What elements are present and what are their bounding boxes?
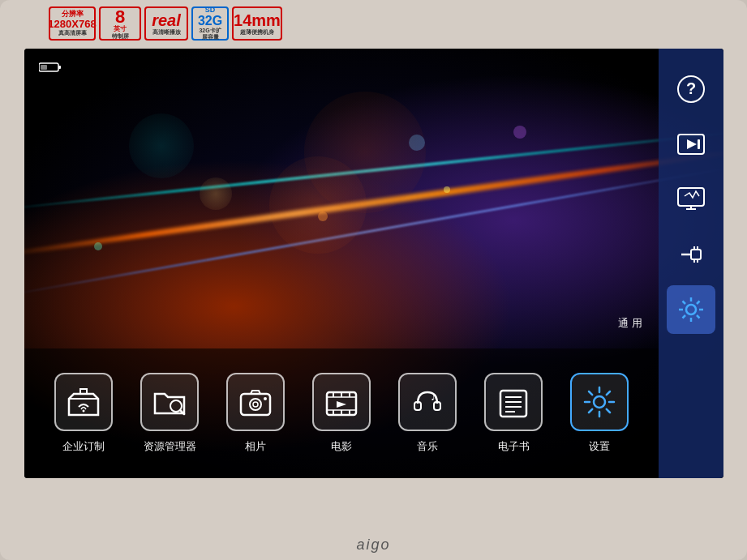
bokeh-8: [444, 186, 450, 193]
svg-line-25: [683, 315, 686, 318]
app-label-music: 音乐: [417, 439, 438, 454]
app-item-settings[interactable]: 设置: [570, 373, 629, 454]
app-item-music[interactable]: ♪ 音乐: [398, 373, 457, 454]
badge-8inch: 8 英寸 特制屏: [99, 6, 141, 41]
bokeh-2: [129, 113, 194, 178]
svg-text:?: ?: [686, 79, 696, 97]
menu-item-settings[interactable]: 通 用: [667, 285, 715, 334]
app-icon-enterprise: [54, 373, 113, 431]
svg-rect-29: [241, 394, 270, 415]
svg-line-58: [607, 391, 610, 395]
bokeh-6: [513, 126, 526, 139]
app-icon-music: ♪: [398, 373, 457, 431]
bokeh-7: [94, 242, 102, 250]
battery-icon: [39, 60, 62, 77]
svg-line-24: [697, 301, 700, 305]
app-bar: 企业订制 资源管理器: [24, 348, 659, 478]
app-label-photo: 相片: [245, 439, 266, 454]
top-badges: 分辨率 1280X768 真高清屏幕 8 英寸 特制屏 real 高清晰播放 S…: [49, 6, 282, 41]
app-icon-photo: [226, 373, 285, 431]
app-item-enterprise[interactable]: 企业订制: [54, 373, 113, 454]
brand-bar: aigo: [0, 536, 747, 554]
menu-item-help[interactable]: ?: [667, 65, 715, 113]
app-label-settings: 设置: [589, 439, 610, 454]
app-item-file-manager[interactable]: 资源管理器: [140, 373, 199, 454]
svg-rect-46: [500, 391, 526, 417]
svg-rect-7: [698, 139, 700, 149]
menu-item-plugin[interactable]: [667, 230, 715, 279]
bokeh-3: [200, 177, 232, 210]
settings-menu-label: 通 用: [618, 316, 642, 331]
app-item-movie[interactable]: 电影: [312, 373, 371, 454]
badge-14mm: 14mm 超薄便携机身: [232, 6, 282, 41]
svg-line-57: [607, 409, 610, 413]
svg-marker-42: [337, 401, 346, 408]
app-label-ebook: 电子书: [498, 439, 530, 454]
badge-sd: SD 32G 32G卡扩展容量: [191, 6, 229, 41]
svg-point-30: [250, 399, 261, 410]
badge-real: real 高清晰播放: [144, 6, 188, 41]
svg-rect-2: [41, 65, 47, 70]
app-icon-ebook: [484, 373, 543, 431]
svg-line-22: [683, 301, 686, 305]
svg-point-32: [264, 397, 267, 400]
svg-point-26: [83, 410, 85, 413]
svg-line-23: [697, 315, 700, 318]
svg-rect-12: [691, 250, 701, 259]
app-label-movie: 电影: [331, 439, 352, 454]
svg-rect-1: [58, 66, 61, 69]
svg-text:♪: ♪: [431, 390, 436, 403]
device-frame: 分辨率 1280X768 真高清屏幕 8 英寸 特制屏 real 高清晰播放 S…: [0, 0, 747, 560]
menu-item-media[interactable]: [667, 120, 715, 169]
svg-line-59: [589, 409, 592, 413]
svg-line-56: [589, 391, 592, 395]
side-menu: ?: [659, 49, 723, 478]
app-label-enterprise: 企业订制: [62, 439, 105, 454]
app-label-file-manager: 资源管理器: [144, 439, 196, 454]
app-icon-movie: [312, 373, 371, 431]
svg-point-31: [253, 402, 258, 407]
svg-marker-6: [687, 139, 697, 149]
brand-text: aigo: [356, 536, 390, 553]
screen: ?: [24, 49, 723, 478]
badge-resolution: 分辨率 1280X768 真高清屏幕: [49, 6, 96, 41]
svg-point-51: [594, 396, 605, 408]
menu-item-display[interactable]: [667, 175, 715, 224]
svg-point-17: [686, 305, 696, 314]
app-item-photo[interactable]: 相片: [226, 373, 285, 454]
svg-rect-8: [678, 188, 704, 206]
app-item-ebook[interactable]: 电子书: [484, 373, 543, 454]
app-icon-file-manager: [140, 373, 199, 431]
bokeh-glow: [304, 92, 426, 213]
app-icon-settings: [570, 373, 629, 431]
